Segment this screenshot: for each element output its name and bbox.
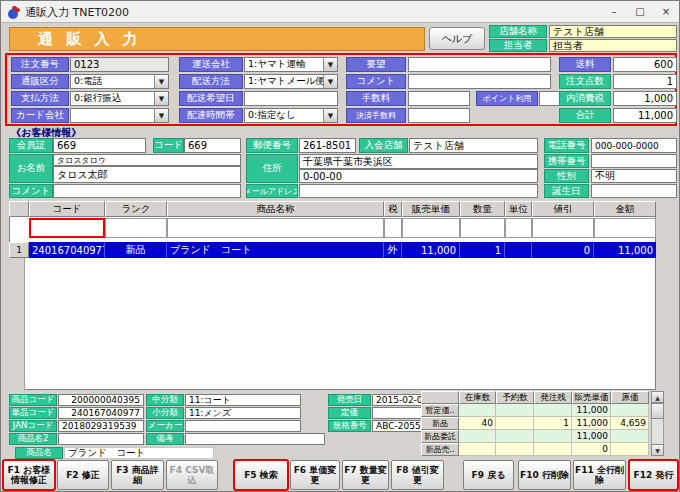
stock-header-cost: 原価 <box>611 391 649 404</box>
amount-entry-field[interactable] <box>594 218 656 238</box>
address-line2-field[interactable]: 0-00-00 <box>299 169 538 183</box>
comment-label: コメント <box>346 74 406 89</box>
maximize-icon[interactable]: □ <box>627 1 653 22</box>
scroll-up-icon[interactable]: ▲ <box>651 391 664 403</box>
total-label: 合計 <box>559 108 611 123</box>
gender-field[interactable]: 不明 <box>591 169 677 183</box>
rank-entry-field[interactable] <box>105 218 167 238</box>
jan-code-value: 2018029319539 <box>58 420 144 432</box>
phone-field[interactable]: 000-000-0000 <box>591 138 677 153</box>
f12-issue-button[interactable]: F12 発行 <box>629 460 678 490</box>
stock-cell <box>534 430 572 443</box>
member-field[interactable]: 669 <box>53 138 146 153</box>
join-store-field[interactable]: テスト店舗 <box>409 138 538 153</box>
cell-unit[interactable] <box>505 242 532 258</box>
f9-back-button[interactable]: F9 戻る <box>463 460 514 490</box>
customer-kana-field[interactable]: タロスタロウ <box>53 154 241 166</box>
zip-field[interactable]: 261-8501 <box>299 138 356 153</box>
close-icon[interactable]: × <box>653 1 679 22</box>
f10-delete-row-button[interactable]: F10 行削除 <box>518 460 571 490</box>
stock-cell <box>611 404 649 417</box>
unit-code-value: 240167040977 <box>58 407 144 419</box>
customer-name-field[interactable]: タロス太郎 <box>53 166 241 183</box>
help-button[interactable]: ヘルプ <box>429 27 485 50</box>
stock-cell <box>496 443 534 456</box>
col-header-price: 販売単価 <box>402 201 460 217</box>
carrier-select[interactable]: 1:ヤマト運輸 ▼ <box>244 57 338 72</box>
qty-entry-field[interactable] <box>460 218 505 238</box>
col-header-qty: 数量 <box>460 201 505 217</box>
mobile-field[interactable] <box>591 154 677 168</box>
chevron-down-icon[interactable]: ▼ <box>323 109 337 122</box>
item-count-label: 注文点数 <box>559 74 611 89</box>
f6-price-change-button[interactable]: F6 単価変更 <box>290 460 340 490</box>
time-slot-value: 0:指定なし <box>248 109 323 122</box>
tax-entry-field[interactable] <box>384 218 402 238</box>
cell-name[interactable]: ブランド コート <box>167 242 384 258</box>
card-company-select[interactable]: ▼ <box>70 108 169 123</box>
f11-delete-all-rows-button[interactable]: F11 全行削除 <box>573 460 626 490</box>
col-header-code: コード <box>29 201 105 217</box>
stock-cell: 4,659 <box>611 417 649 430</box>
payment-select[interactable]: 0:銀行振込 ▼ <box>70 91 169 106</box>
app-icon <box>7 5 21 19</box>
customer-comment-label: コメント <box>9 184 53 198</box>
stock-cell: 11,000 <box>572 417 611 430</box>
f1-customer-edit-button[interactable]: F1 お客様情報修正 <box>3 460 55 490</box>
address-line1-field[interactable]: 千葉県千葉市美浜区 <box>299 154 538 169</box>
col-header-rank: ランク <box>105 201 167 217</box>
f7-qty-change-button[interactable]: F7 数量変更 <box>342 460 389 490</box>
cell-tax[interactable]: 外 <box>384 242 402 258</box>
chevron-down-icon[interactable]: ▼ <box>323 75 337 88</box>
code-entry-field[interactable] <box>29 218 105 238</box>
discount-entry-field[interactable] <box>532 218 594 238</box>
email-field[interactable] <box>299 184 538 198</box>
shipping-value[interactable]: 600 <box>613 57 677 72</box>
order-no-field[interactable]: 0123 <box>70 57 169 72</box>
scroll-down-icon[interactable]: ▼ <box>651 444 664 456</box>
request-field[interactable] <box>408 57 551 72</box>
f8-discount-change-button[interactable]: F8 値引変更 <box>391 460 444 490</box>
chevron-down-icon[interactable]: ▼ <box>154 109 168 122</box>
mid-class-value: 11:コート <box>185 394 301 406</box>
card-company-label: カード会社 <box>11 108 69 123</box>
time-slot-select[interactable]: 0:指定なし ▼ <box>244 108 338 123</box>
fee-field[interactable] <box>408 91 470 106</box>
col-header-unit: 単位 <box>505 201 532 217</box>
cell-discount[interactable]: 0 <box>532 242 594 258</box>
name-entry-field[interactable] <box>167 218 384 238</box>
settle-fee-field[interactable] <box>408 108 470 123</box>
f5-search-button[interactable]: F5 検索 <box>234 460 288 490</box>
release-date-label: 発売日 <box>328 394 371 406</box>
cell-code[interactable]: 240167040977 <box>29 242 105 258</box>
carrier-label: 運送会社 <box>179 57 243 72</box>
ship-method-select[interactable]: 1:ヤマトメール便 ▼ <box>244 74 338 89</box>
chevron-down-icon[interactable]: ▼ <box>154 92 168 105</box>
price-entry-field[interactable] <box>402 218 460 238</box>
order-type-select[interactable]: 0:電話 ▼ <box>70 74 169 89</box>
minimize-icon[interactable]: – <box>601 1 627 22</box>
stock-cell: 11,000 <box>572 430 611 443</box>
customer-code-field[interactable]: 669 <box>184 138 241 153</box>
join-store-label: 入会店舗 <box>359 138 408 153</box>
cell-amount[interactable]: 11,000 <box>594 242 656 258</box>
points-label: ポイント利用 <box>476 91 538 106</box>
scrollbar-thumb[interactable] <box>651 403 664 419</box>
f3-product-detail-button[interactable]: F3 商品詳細 <box>111 460 164 490</box>
cell-rank[interactable]: 新品 <box>105 242 167 258</box>
cell-qty[interactable]: 1 <box>460 242 505 258</box>
birthday-field[interactable] <box>591 184 677 198</box>
name2-label: 商品名2 <box>9 433 57 445</box>
chevron-down-icon[interactable]: ▼ <box>154 75 168 88</box>
f2-edit-button[interactable]: F2 修正 <box>57 460 109 490</box>
stock-header-stock: 在庫数 <box>459 391 496 404</box>
birthday-label: 誕生日 <box>544 184 589 198</box>
chevron-down-icon[interactable]: ▼ <box>323 58 337 71</box>
unit-entry-field[interactable] <box>505 218 532 238</box>
customer-comment-field[interactable] <box>53 184 241 198</box>
order-type-label: 通販区分 <box>11 74 69 89</box>
stock-header-backorder: 発注残 <box>534 391 572 404</box>
ship-date-field[interactable] <box>244 91 338 106</box>
cell-price[interactable]: 11,000 <box>402 242 460 258</box>
comment-field[interactable] <box>408 74 551 89</box>
